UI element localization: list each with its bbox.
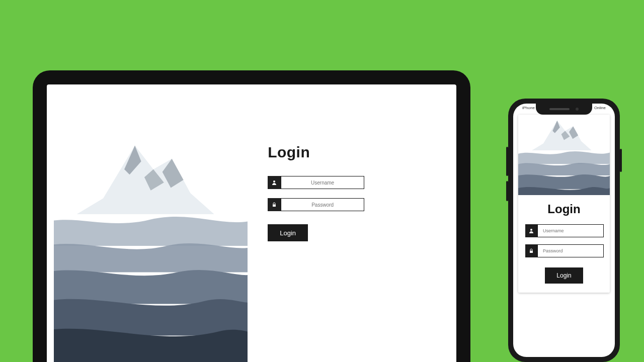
username-input[interactable] xyxy=(537,224,604,237)
login-hero-image xyxy=(518,115,610,195)
user-icon xyxy=(268,176,281,189)
login-button[interactable]: Login xyxy=(545,267,583,284)
password-field xyxy=(525,244,604,257)
login-button[interactable]: Login xyxy=(268,224,308,241)
login-form-panel: Login Login xyxy=(248,87,449,362)
login-form-panel: Login xyxy=(518,195,610,293)
phone-screen: iPhone Online Login xyxy=(513,104,615,357)
status-left-label: iPhone xyxy=(522,106,535,114)
svg-rect-8 xyxy=(530,251,533,253)
login-card: Login xyxy=(518,115,610,293)
svg-rect-6 xyxy=(273,205,276,207)
lock-icon xyxy=(268,198,281,211)
laptop-device-frame: Login Login xyxy=(33,70,470,362)
login-title: Login xyxy=(268,144,449,161)
login-hero-image xyxy=(54,87,248,362)
svg-point-5 xyxy=(273,180,275,183)
username-field xyxy=(268,176,364,189)
username-input[interactable] xyxy=(281,176,364,189)
password-input[interactable] xyxy=(281,198,364,211)
user-icon xyxy=(525,224,537,237)
laptop-screen: Login Login xyxy=(47,84,456,362)
lock-icon xyxy=(525,244,537,257)
password-input[interactable] xyxy=(537,244,604,257)
status-right-label: Online xyxy=(594,106,606,114)
password-field xyxy=(268,198,364,211)
phone-device-frame: iPhone Online Login xyxy=(508,99,620,362)
svg-point-7 xyxy=(530,229,532,231)
username-field xyxy=(525,224,604,237)
login-title: Login xyxy=(547,202,580,216)
phone-notch xyxy=(536,104,592,115)
